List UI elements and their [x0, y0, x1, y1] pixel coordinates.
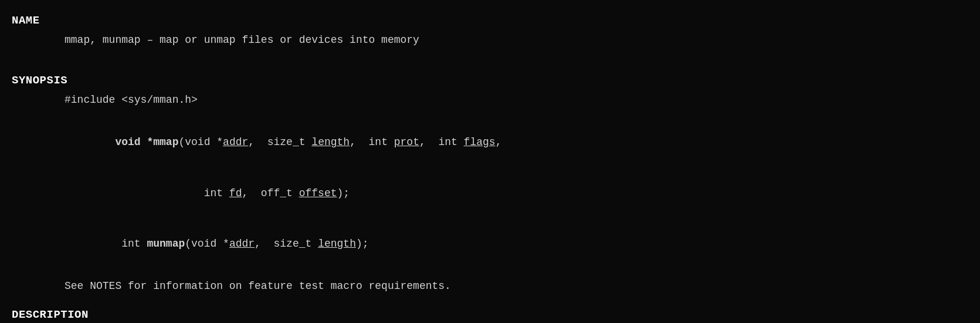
notes-line: See NOTES for information on feature tes…	[65, 278, 968, 295]
include-line: #include <sys/mman.h>	[65, 92, 968, 109]
mmap-sig-line1: void *mmap(void *addr, size_t length, in…	[65, 117, 968, 168]
munmap-sig: int munmap(void *addr, size_t length);	[65, 218, 968, 269]
synopsis-heading: SYNOPSIS	[12, 72, 968, 89]
name-section: NAME mmap, munmap – map or unmap files o…	[12, 12, 968, 49]
synopsis-section: SYNOPSIS #include <sys/mman.h> void *mma…	[12, 72, 968, 295]
name-description: mmap, munmap – map or unmap files or dev…	[65, 32, 968, 49]
synopsis-block: #include <sys/mman.h> void *mmap(void *a…	[65, 92, 968, 295]
mmap-bold-void: void *	[115, 136, 153, 148]
description-section: DESCRIPTION mmap() creates a new mapping…	[12, 306, 968, 323]
description-heading: DESCRIPTION	[12, 306, 968, 323]
man-page-content: NAME mmap, munmap – map or unmap files o…	[12, 12, 968, 323]
mmap-sig-line2: int fd, off_t offset);	[65, 168, 968, 218]
name-text: mmap, munmap – map or unmap files or dev…	[65, 32, 968, 49]
name-heading: NAME	[12, 12, 968, 29]
